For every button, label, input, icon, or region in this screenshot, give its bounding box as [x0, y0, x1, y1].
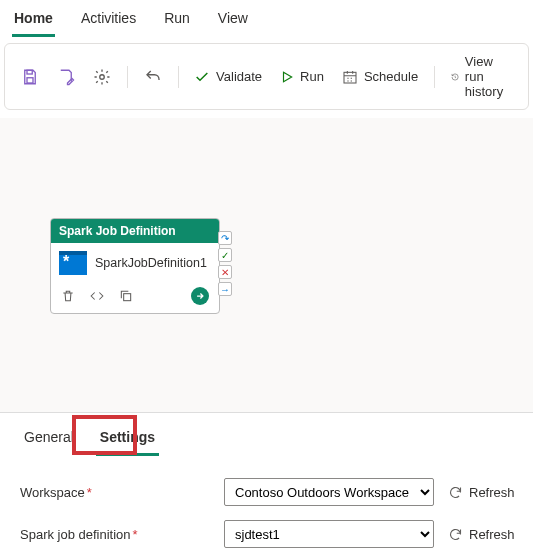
check-icon — [194, 69, 210, 85]
menu-tabs: Home Activities Run View — [0, 0, 533, 37]
svg-rect-1 — [27, 77, 33, 82]
copy-icon[interactable] — [119, 289, 133, 303]
refresh-icon — [448, 527, 463, 542]
delete-icon[interactable] — [61, 289, 75, 303]
toolbar-separator — [178, 66, 179, 88]
badge-success-icon[interactable]: ✓ — [218, 248, 232, 262]
refresh-label: Refresh — [469, 485, 515, 500]
svg-rect-3 — [344, 72, 356, 83]
settings-button[interactable] — [87, 64, 117, 90]
toolbar-separator — [434, 66, 435, 88]
save-icon — [21, 68, 39, 86]
settings-form: Workspace* Contoso Outdoors Workspace Re… — [0, 456, 533, 548]
spark-job-icon — [59, 251, 87, 275]
sjd-refresh-button[interactable]: Refresh — [448, 527, 515, 542]
toolbar: Validate Run Schedule View run history — [4, 43, 529, 110]
undo-button[interactable] — [138, 64, 168, 90]
schedule-button[interactable]: Schedule — [336, 65, 424, 89]
activity-node-title: SparkJobDefinition1 — [95, 256, 207, 271]
badge-fail-icon[interactable]: ✕ — [218, 265, 232, 279]
activity-node-footer — [51, 283, 219, 313]
svg-rect-4 — [124, 294, 131, 301]
toolbar-separator — [127, 66, 128, 88]
svg-point-2 — [100, 74, 105, 79]
refresh-icon — [448, 485, 463, 500]
view-run-history-button[interactable]: View run history — [445, 50, 518, 103]
menu-tab-view[interactable]: View — [216, 6, 250, 37]
calendar-icon — [342, 69, 358, 85]
activity-node-body: SparkJobDefinition1 — [51, 243, 219, 283]
validate-button[interactable]: Validate — [188, 65, 268, 89]
menu-tab-home[interactable]: Home — [12, 6, 55, 37]
workspace-label: Workspace* — [20, 485, 210, 500]
svg-rect-0 — [27, 70, 32, 74]
sjd-select[interactable]: sjdtest1 — [224, 520, 434, 548]
badge-next-icon[interactable]: → — [218, 282, 232, 296]
view-run-history-label: View run history — [465, 54, 512, 99]
save-as-button[interactable] — [51, 64, 81, 90]
workspace-select[interactable]: Contoso Outdoors Workspace — [224, 478, 434, 506]
gear-icon — [93, 68, 111, 86]
workspace-refresh-button[interactable]: Refresh — [448, 485, 515, 500]
activity-status-badges: ↷ ✓ ✕ → — [218, 231, 232, 296]
menu-tab-run[interactable]: Run — [162, 6, 192, 37]
menu-tab-activities[interactable]: Activities — [79, 6, 138, 37]
panel-tabs: General Settings — [0, 413, 533, 456]
code-icon[interactable] — [89, 289, 105, 303]
history-icon — [451, 69, 459, 85]
run-label: Run — [300, 69, 324, 84]
undo-icon — [144, 68, 162, 86]
tab-settings[interactable]: Settings — [96, 425, 159, 456]
badge-skip-icon[interactable]: ↷ — [218, 231, 232, 245]
play-icon — [280, 70, 294, 84]
validate-label: Validate — [216, 69, 262, 84]
run-node-icon[interactable] — [191, 287, 209, 305]
pipeline-canvas[interactable]: Spark Job Definition SparkJobDefinition1… — [0, 118, 533, 413]
activity-node[interactable]: Spark Job Definition SparkJobDefinition1 — [50, 218, 220, 314]
schedule-label: Schedule — [364, 69, 418, 84]
save-button[interactable] — [15, 64, 45, 90]
refresh-label: Refresh — [469, 527, 515, 542]
tab-general[interactable]: General — [20, 425, 78, 456]
activity-node-type: Spark Job Definition — [51, 219, 219, 243]
run-button[interactable]: Run — [274, 65, 330, 88]
sjd-label: Spark job definition* — [20, 527, 210, 542]
save-as-icon — [57, 68, 75, 86]
